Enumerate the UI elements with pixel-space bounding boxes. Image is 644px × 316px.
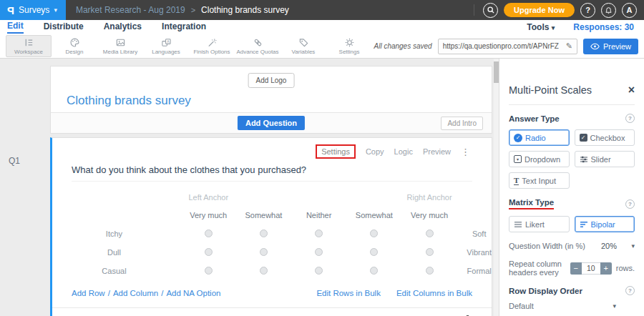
panel-header: Multi-Point Scales × (509, 84, 635, 96)
matrix-radio[interactable] (260, 229, 268, 237)
tool-design[interactable]: Design (52, 35, 97, 57)
option-label: Bipolar (591, 220, 615, 229)
matrix-radio[interactable] (426, 248, 434, 256)
search-button[interactable] (483, 3, 498, 18)
repeat-headers-value[interactable]: 10 (582, 262, 600, 275)
answer-type-options: ✓ Radio ✓ Checkbox ▾ Dropdown Slider T T… (509, 129, 635, 189)
matrix-radio[interactable] (315, 267, 323, 275)
add-intro-button[interactable]: Add Intro (441, 117, 483, 130)
matrix-radio[interactable] (426, 267, 434, 275)
chevron-down-icon: ▾ (552, 24, 555, 31)
answer-type-radio[interactable]: ✓ Radio (509, 129, 570, 146)
question-logic-link[interactable]: Logic (394, 147, 413, 156)
tab-integration[interactable]: Integration (162, 21, 206, 33)
tool-finish-options[interactable]: Finish Options (189, 35, 235, 57)
matrix-type-options: Likert Bipolar (509, 216, 635, 232)
matrix-radio[interactable] (370, 248, 378, 256)
question-text[interactable]: What do you think about the clothes that… (72, 164, 472, 182)
workspace-icon (24, 37, 34, 48)
question-preview-link[interactable]: Preview (423, 147, 451, 156)
answer-type-dropdown[interactable]: ▾ Dropdown (509, 151, 570, 167)
surveys-menu[interactable]: P Surveys ▾ (0, 0, 66, 20)
add-row-link[interactable]: Add Row (72, 289, 105, 297)
avatar[interactable]: A (622, 3, 637, 18)
tool-variables[interactable]: Variables (280, 35, 326, 57)
right-anchor-label: Right Anchor (402, 189, 457, 206)
question-settings-link[interactable]: Settings (316, 144, 356, 159)
matrix-radio[interactable] (426, 229, 434, 237)
matrix-row-label: Dull (72, 243, 181, 262)
tool-settings[interactable]: Settings (326, 35, 372, 57)
matrix-row-label: Itchy (72, 224, 181, 243)
matrix-radio[interactable] (205, 229, 213, 237)
menu-bar: Edit Distribute Analytics Integration To… (0, 20, 644, 34)
upgrade-now-button[interactable]: Upgrade Now (504, 3, 575, 17)
decrement-button[interactable]: − (570, 262, 582, 275)
tab-analytics[interactable]: Analytics (104, 21, 142, 33)
survey-title[interactable]: Clothing brands survey (67, 94, 191, 108)
tool-label: Languages (152, 49, 180, 55)
preview-label: Preview (603, 42, 631, 51)
matrix-radio[interactable] (370, 267, 378, 275)
autosave-status: All changes saved (374, 42, 431, 50)
edit-url-icon[interactable]: ✎ (562, 41, 577, 51)
tool-workspace[interactable]: Workspace (6, 35, 52, 57)
row-display-order-header: Row Display Order ? (509, 286, 635, 295)
help-button[interactable]: ? (580, 3, 595, 18)
help-icon[interactable]: ? (625, 114, 635, 123)
add-logo-button[interactable]: Add Logo (248, 73, 295, 88)
svg-text:A: A (167, 39, 170, 44)
vertical-scrollbar[interactable] (494, 59, 499, 316)
survey-header-card: Add Logo Clothing brands survey Add Ques… (50, 66, 492, 134)
help-icon[interactable]: ? (625, 286, 635, 295)
answer-type-slider[interactable]: Slider (575, 151, 635, 167)
add-column-link[interactable]: Add Column (113, 289, 158, 297)
tab-distribute[interactable]: Distribute (44, 21, 84, 33)
more-options-icon[interactable]: ⋮ (461, 147, 470, 157)
matrix-type-likert[interactable]: Likert (509, 216, 570, 232)
question-copy-link[interactable]: Copy (366, 147, 384, 156)
edit-columns-bulk-link[interactable]: Edit Columns in Bulk (396, 289, 472, 297)
question-width-value[interactable]: 20% (601, 242, 617, 250)
chevron-down-icon[interactable]: ▾ (631, 242, 635, 250)
close-icon[interactable]: × (628, 84, 635, 96)
answer-type-text-input[interactable]: T Text Input (509, 172, 570, 189)
matrix-radio[interactable] (315, 229, 323, 237)
add-na-option-link[interactable]: Add NA Option (166, 289, 220, 297)
responses-count[interactable]: Responses: 30 (573, 22, 634, 32)
survey-header-bottom: Add Question Add Intro (51, 112, 492, 133)
survey-url-input[interactable] (439, 42, 562, 50)
matrix-radio[interactable] (260, 267, 268, 275)
matrix-radio[interactable] (205, 248, 213, 256)
breadcrumb-folder[interactable]: Market Research - Aug 2019 (76, 5, 185, 15)
matrix-radio[interactable] (370, 229, 378, 237)
repeat-headers-row: Repeat column headers every − 10 + rows. (509, 260, 635, 277)
add-question-button[interactable]: Add Question (238, 116, 305, 130)
chevron-down-icon: ▾ (54, 6, 57, 14)
option-label: Likert (525, 220, 545, 229)
tag-icon (298, 37, 309, 48)
tool-advance-quotas[interactable]: Advance Quotas (235, 35, 280, 57)
matrix-radio[interactable] (260, 248, 268, 256)
panel-title: Multi-Point Scales (509, 84, 592, 96)
edit-rows-bulk-link[interactable]: Edit Rows in Bulk (316, 289, 380, 297)
help-icon[interactable]: ? (625, 199, 635, 209)
repeat-headers-label: Repeat column headers every (509, 260, 565, 277)
preview-button[interactable]: Preview (583, 39, 638, 54)
tool-languages[interactable]: A Languages (143, 35, 189, 57)
answer-type-checkbox[interactable]: ✓ Checkbox (575, 129, 635, 146)
notifications-button[interactable] (601, 3, 616, 18)
matrix-type-bipolar[interactable]: Bipolar (575, 216, 635, 232)
answer-type-label: Answer Type (509, 114, 560, 123)
tools-dropdown[interactable]: Tools ▾ (527, 22, 555, 32)
matrix-radio[interactable] (205, 267, 213, 275)
tab-edit[interactable]: Edit (7, 21, 24, 34)
menubar-right: Tools ▾ Responses: 30 (527, 22, 637, 32)
tool-label: Design (66, 49, 84, 55)
matrix-radio[interactable] (315, 248, 323, 256)
tool-label: Media Library (103, 49, 137, 55)
row-display-order-select[interactable]: Default ▾ (509, 302, 616, 310)
increment-button[interactable]: + (600, 262, 612, 275)
tool-media-library[interactable]: Media Library (97, 35, 143, 57)
scrollbar-thumb[interactable] (494, 61, 499, 83)
